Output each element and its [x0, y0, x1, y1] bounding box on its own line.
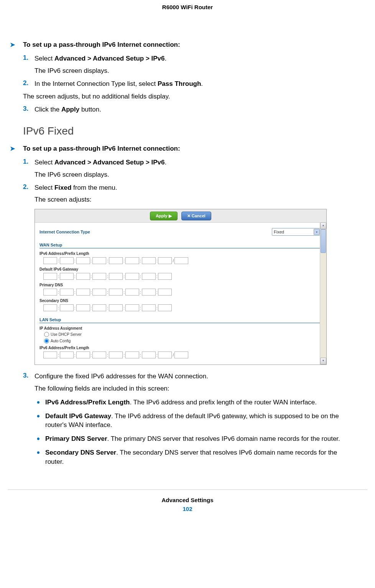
ipv6-field[interactable] [76, 289, 90, 296]
ipv6-field[interactable] [109, 304, 123, 311]
ipv6-field[interactable] [43, 257, 57, 264]
step-subtext: The following fields are included in thi… [35, 384, 352, 393]
page-number: 102 [23, 506, 352, 512]
step-number: 1. [23, 158, 28, 166]
apply-button[interactable]: Apply ▶ [150, 212, 178, 220]
step-text: Configure the fixed IPv6 addresses for t… [35, 372, 352, 381]
ipv6-field[interactable] [60, 257, 74, 264]
step-subtext: The IPv6 screen displays. [35, 170, 352, 179]
prefix-field[interactable] [174, 257, 188, 264]
step-note: The screen adjusts, but no additional fi… [23, 92, 352, 101]
step-text: In the Internet Connection Type list, se… [35, 79, 352, 89]
ipv6-field[interactable] [142, 351, 156, 358]
ipv6-field[interactable] [76, 257, 90, 264]
scroll-thumb[interactable] [321, 229, 326, 253]
ipv6-field[interactable] [142, 257, 156, 264]
step-number: 2. [23, 183, 28, 191]
secondary-dns-label: Secondary DNS [39, 297, 322, 304]
default-gw-label: Default IPv6 Gateway [39, 266, 322, 272]
ipv6-field[interactable] [109, 289, 123, 296]
step-text: Click the Apply button. [35, 105, 352, 114]
step-text: Select Advanced > Advanced Setup > IPv6. [35, 158, 352, 167]
page-header: R6000 WiFi Router [23, 4, 352, 10]
ipv6-addr-label: IPv6 Address/Prefix Length [39, 250, 322, 256]
screenshot-toolbar: Apply ▶ ✕Cancel [35, 209, 326, 223]
procedure-heading-2: To set up a pass-through IPv6 Internet c… [23, 145, 352, 153]
ipv6-field[interactable] [43, 304, 57, 311]
default-gw-inputs: : : : : : : : [39, 272, 322, 281]
ipv6-field[interactable] [142, 304, 156, 311]
ipv6-field[interactable] [125, 289, 139, 296]
ipv6-field[interactable] [109, 351, 123, 358]
lan-setup-section: LAN Setup [39, 315, 322, 323]
bullet-item: Default IPv6 Gateway. The IPv6 address o… [35, 412, 352, 430]
radio-input[interactable] [44, 332, 49, 337]
step-number: 3. [23, 105, 28, 113]
ipv6-field[interactable] [92, 257, 106, 264]
ipv6-field[interactable] [92, 351, 106, 358]
ipv6-field[interactable] [92, 289, 106, 296]
ipv6-field[interactable] [158, 289, 172, 296]
ipv6-addr-label-2: IPv6 Address/Prefix Length [39, 344, 322, 351]
ipv6-field[interactable] [158, 273, 172, 280]
cancel-button[interactable]: ✕Cancel [181, 212, 211, 220]
ipv6-field[interactable] [109, 273, 123, 280]
chevron-down-icon: ▾ [314, 229, 320, 235]
bullet-item: Primary DNS Server. The primary DNS serv… [35, 434, 352, 443]
ipv6-field[interactable] [125, 273, 139, 280]
page-footer: Advanced Settings 102 [23, 489, 352, 512]
footer-title: Advanced Settings [23, 497, 352, 503]
ipv6-field[interactable] [76, 351, 90, 358]
step-number: 1. [23, 54, 28, 62]
ipv6-addr-inputs-2: : : : : : : : / [39, 351, 322, 360]
secondary-dns-inputs: : : : : : : : [39, 304, 322, 313]
conn-type-select[interactable]: Fixed ▾ [272, 228, 322, 236]
prefix-field[interactable] [174, 351, 188, 358]
ipv6-addr-inputs: : : : : : : : / [39, 256, 322, 266]
ipv6-field[interactable] [92, 304, 106, 311]
close-icon: ✕ [187, 214, 191, 218]
scroll-down-icon[interactable]: ▾ [320, 358, 326, 365]
radio-input[interactable] [44, 338, 49, 343]
step-number: 3. [23, 372, 28, 379]
wan-setup-section: WAN Setup [39, 240, 322, 248]
ipv6-field[interactable] [158, 257, 172, 264]
radio-auto[interactable]: Auto Config [39, 338, 322, 344]
ipv6-field[interactable] [142, 273, 156, 280]
scrollbar[interactable]: ▴ ▾ [320, 222, 326, 365]
primary-dns-inputs: : : : : : : : [39, 288, 322, 297]
step-text: Select Fixed from the menu. [35, 183, 352, 192]
ipv6-field[interactable] [76, 273, 90, 280]
ipv6-field[interactable] [43, 351, 57, 358]
ipv6-field[interactable] [158, 304, 172, 311]
ipv6-field[interactable] [92, 273, 106, 280]
ipv6-field[interactable] [125, 351, 139, 358]
ipv6-field[interactable] [43, 289, 57, 296]
ipv6-field[interactable] [125, 304, 139, 311]
ip-assign-label: IP Address Assignment [39, 325, 322, 331]
section-heading: IPv6 Fixed [23, 125, 352, 137]
step-subtext: The IPv6 screen displays. [35, 66, 352, 76]
step-text: Select Advanced > Advanced Setup > IPv6. [35, 54, 352, 63]
ipv6-field[interactable] [60, 289, 74, 296]
bullet-item: Secondary DNS Server. The secondary DNS … [35, 448, 352, 466]
primary-dns-label: Primary DNS [39, 281, 322, 288]
ipv6-field[interactable] [60, 351, 74, 358]
ipv6-field[interactable] [60, 304, 74, 311]
radio-dhcp[interactable]: Use DHCP Server [39, 331, 322, 338]
ipv6-field[interactable] [158, 351, 172, 358]
procedure-heading-1: To set up a pass-through IPv6 Internet c… [23, 41, 352, 49]
bullet-item: IPv6 Address/Prefix Length. The IPv6 add… [35, 398, 352, 407]
step-subtext: The screen adjusts: [35, 195, 352, 204]
embedded-screenshot: Apply ▶ ✕Cancel Internet Connection Type… [35, 209, 327, 365]
ipv6-field[interactable] [142, 289, 156, 296]
scroll-up-icon[interactable]: ▴ [320, 222, 326, 229]
step-number: 2. [23, 79, 28, 87]
ipv6-field[interactable] [76, 304, 90, 311]
ipv6-field[interactable] [43, 273, 57, 280]
ipv6-field[interactable] [60, 273, 74, 280]
ipv6-field[interactable] [109, 257, 123, 264]
conn-type-label: Internet Connection Type [39, 230, 90, 234]
ipv6-field[interactable] [125, 257, 139, 264]
